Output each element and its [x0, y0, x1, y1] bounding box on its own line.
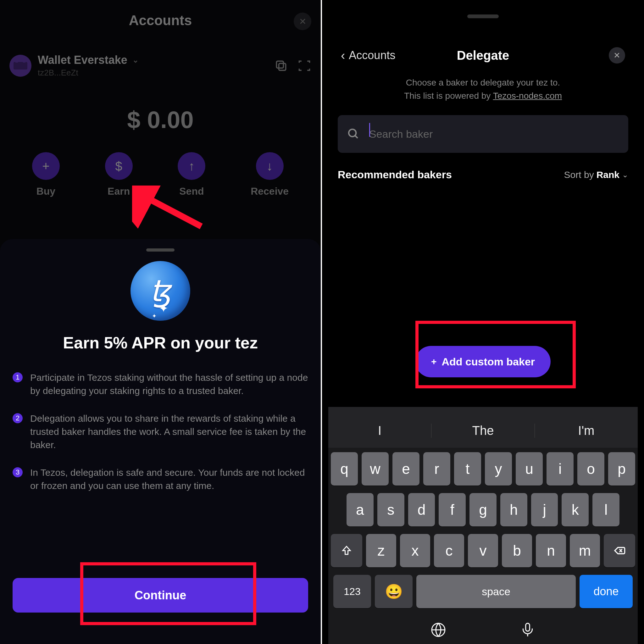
key-w[interactable]: w — [362, 452, 389, 486]
key-k[interactable]: k — [562, 493, 589, 526]
chevron-down-icon: ⌄ — [132, 56, 139, 64]
tezos-nodes-link[interactable]: Tezos-nodes.com — [493, 91, 562, 101]
svg-rect-10 — [526, 623, 530, 631]
key-v[interactable]: v — [468, 534, 498, 567]
suggestion-3[interactable]: I'm — [535, 424, 638, 438]
key-i[interactable]: i — [547, 452, 574, 486]
done-key[interactable]: done — [580, 575, 633, 608]
svg-rect-0 — [279, 63, 286, 70]
close-icon[interactable]: ✕ — [294, 13, 311, 30]
plus-icon: + — [431, 356, 437, 367]
svg-point-4 — [349, 129, 356, 136]
continue-button[interactable]: Continue — [13, 578, 308, 613]
svg-rect-1 — [276, 61, 283, 68]
space-key[interactable]: space — [416, 575, 576, 608]
info-text-1: Participate in Tezos staking without the… — [30, 371, 308, 397]
key-u[interactable]: u — [516, 452, 543, 486]
plus-icon: + — [32, 152, 60, 180]
back-button[interactable]: ‹ Accounts — [341, 48, 395, 63]
receive-action[interactable]: ↓ Receive — [251, 152, 289, 197]
key-y[interactable]: y — [485, 452, 512, 486]
key-d[interactable]: d — [408, 493, 435, 526]
key-h[interactable]: h — [500, 493, 527, 526]
close-icon[interactable]: ✕ — [609, 47, 625, 64]
earn-action[interactable]: $ Earn — [105, 152, 133, 197]
step-badge: 1 — [13, 372, 23, 382]
info-text-2: Delegation allows you to share in the re… — [30, 412, 308, 452]
accounts-header: Accounts ✕ — [0, 0, 321, 35]
step-badge: 3 — [13, 467, 23, 477]
dollar-icon: $ — [105, 152, 133, 180]
sort-dropdown[interactable]: Sort by Rank ⌄ — [564, 169, 628, 180]
add-custom-baker-button[interactable]: + Add custom baker — [415, 346, 551, 377]
earn-sheet: ꜩ ✦ ✦ Earn 5% APR on your tez 1 Particip… — [0, 239, 321, 644]
backspace-key[interactable] — [604, 534, 635, 567]
chevron-down-icon: ⌄ — [622, 170, 628, 179]
delegate-title: Delegate — [457, 48, 509, 63]
key-a[interactable]: a — [347, 493, 374, 526]
key-t[interactable]: t — [454, 452, 481, 486]
ios-keyboard: I The I'm q w e r t y u i o p a — [328, 407, 638, 644]
emoji-key[interactable]: 😀 — [375, 575, 413, 608]
svg-line-5 — [355, 136, 358, 138]
scan-icon[interactable] — [297, 59, 311, 73]
key-q[interactable]: q — [331, 452, 358, 486]
suggestion-2[interactable]: The — [431, 424, 535, 438]
wallet-name: Wallet Everstake — [38, 53, 127, 67]
search-placeholder: Search baker — [369, 128, 433, 140]
accounts-screen: Accounts ✕ Wallet Everstake ⌄ tz2B...EeZ… — [0, 0, 322, 644]
key-l[interactable]: l — [592, 493, 619, 526]
key-p[interactable]: p — [608, 452, 635, 486]
send-action[interactable]: ↑ Send — [178, 152, 205, 197]
key-x[interactable]: x — [400, 534, 430, 567]
info-text-3: In Tezos, delegation is safe and secure.… — [30, 466, 308, 492]
suggestion-1[interactable]: I — [328, 424, 431, 438]
key-c[interactable]: c — [434, 534, 464, 567]
search-icon — [347, 128, 360, 140]
svg-line-3 — [142, 195, 201, 226]
step-badge: 2 — [13, 413, 23, 423]
sheet-handle[interactable] — [146, 248, 175, 252]
chevron-left-icon: ‹ — [341, 48, 345, 63]
globe-icon[interactable] — [430, 622, 446, 638]
copy-icon[interactable] — [274, 59, 288, 73]
key-m[interactable]: m — [570, 534, 600, 567]
sheet-handle[interactable] — [467, 14, 499, 18]
key-n[interactable]: n — [536, 534, 566, 567]
key-j[interactable]: j — [531, 493, 558, 526]
key-z[interactable]: z — [366, 534, 396, 567]
actions-row: + Buy $ Earn ↑ Send ↓ Receive — [0, 152, 321, 197]
key-g[interactable]: g — [469, 493, 497, 526]
numbers-key[interactable]: 123 — [333, 575, 371, 608]
wallet-address: tz2B...EeZt — [38, 68, 268, 78]
balance-display: $ 0.00 — [0, 106, 321, 133]
wallet-selector[interactable]: Wallet Everstake ⌄ tz2B...EeZt — [0, 35, 321, 87]
buy-action[interactable]: + Buy — [32, 152, 60, 197]
shift-key[interactable] — [331, 534, 362, 567]
avatar — [9, 55, 31, 77]
key-r[interactable]: r — [423, 452, 450, 486]
key-f[interactable]: f — [439, 493, 466, 526]
tezos-coin-icon: ꜩ ✦ ✦ — [13, 261, 308, 321]
delegate-subtext: Choose a baker to delegate your tez to. … — [328, 73, 638, 115]
accounts-title: Accounts — [9, 13, 311, 28]
sheet-title: Earn 5% APR on your tez — [13, 333, 308, 352]
key-e[interactable]: e — [392, 452, 419, 486]
key-s[interactable]: s — [377, 493, 404, 526]
arrow-up-icon: ↑ — [178, 152, 205, 180]
keyboard-suggestions: I The I'm — [328, 413, 638, 448]
balance-amount: $ 0.00 — [127, 106, 193, 133]
search-input[interactable]: Search baker — [338, 115, 628, 153]
key-o[interactable]: o — [577, 452, 604, 486]
mic-icon[interactable] — [520, 622, 536, 638]
delegate-screen: ‹ Accounts Delegate ✕ Choose a baker to … — [322, 0, 644, 644]
arrow-down-icon: ↓ — [256, 152, 284, 180]
recommended-label: Recommended bakers — [338, 169, 452, 181]
key-b[interactable]: b — [502, 534, 532, 567]
text-cursor — [369, 123, 370, 137]
